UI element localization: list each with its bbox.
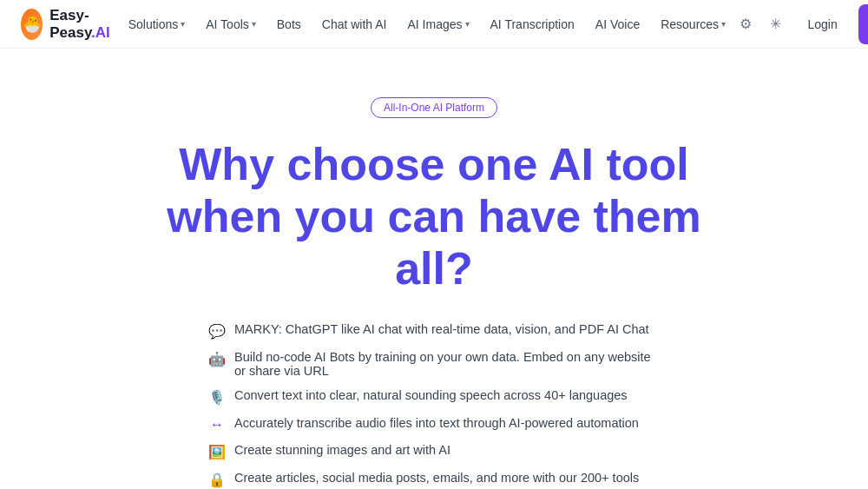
chevron-down-icon: ▾ <box>465 19 470 29</box>
nav-item-ai-transcription[interactable]: AI Transcription <box>482 12 583 36</box>
feature-item: 🖼️ Create stunning images and art with A… <box>208 443 450 460</box>
logo[interactable]: 🐣 Easy-Peasy.AI <box>21 7 120 42</box>
feature-item: 💬 MARKY: ChatGPT like AI chat with real-… <box>208 322 649 340</box>
logo-text: Easy-Peasy.AI <box>49 7 119 42</box>
hero-section: All-In-One AI Platform Why choose one AI… <box>0 49 868 489</box>
settings-icon[interactable]: ⚙ <box>734 10 757 38</box>
nav-item-ai-images[interactable]: AI Images ▾ <box>399 12 478 36</box>
nav-item-bots[interactable]: Bots <box>268 12 310 36</box>
signup-button[interactable]: Sign up <box>858 4 868 44</box>
theme-icon[interactable]: ✳ <box>764 10 786 38</box>
feature-item: 🔒 Create articles, social media posts, e… <box>208 471 639 488</box>
main-content: All-In-One AI Platform Why choose one AI… <box>0 49 868 489</box>
hero-badge: All-In-One AI Platform <box>371 97 497 118</box>
header-right: ⚙ ✳ Login Sign up <box>734 4 868 44</box>
chevron-down-icon: ▾ <box>252 19 256 29</box>
features-list: 💬 MARKY: ChatGPT like AI chat with real-… <box>208 322 660 488</box>
nav-item-resources[interactable]: Resources ▾ <box>652 12 734 36</box>
nav-item-ai-voice[interactable]: AI Voice <box>587 12 648 36</box>
nav-item-chat-with-ai[interactable]: Chat with AI <box>313 12 396 36</box>
mic-icon: 🎙️ <box>208 389 226 406</box>
chat-icon: 💬 <box>208 323 226 340</box>
main-nav: Solutions ▾ AI Tools ▾ Bots Chat with AI… <box>120 12 734 36</box>
logo-icon: 🐣 <box>21 9 43 40</box>
nav-item-solutions[interactable]: Solutions ▾ <box>120 12 194 36</box>
chevron-down-icon: ▾ <box>721 19 726 29</box>
transcribe-icon: ↔️ <box>208 417 226 433</box>
hero-title: Why choose one AI tool when you can have… <box>139 139 729 294</box>
feature-item: 🎙️ Convert text into clear, natural soun… <box>208 388 628 406</box>
feature-item: 🤖 Build no-code AI Bots by training on y… <box>208 350 660 378</box>
image-icon: 🖼️ <box>208 444 226 460</box>
nav-item-ai-tools[interactable]: AI Tools ▾ <box>197 12 265 36</box>
login-button[interactable]: Login <box>793 11 851 37</box>
feature-item: ↔️ Accurately transcribe audio files int… <box>208 416 639 433</box>
header: 🐣 Easy-Peasy.AI Solutions ▾ AI Tools ▾ B… <box>0 0 868 49</box>
tools-icon: 🔒 <box>208 472 226 488</box>
chevron-down-icon: ▾ <box>181 19 185 29</box>
bot-icon: 🤖 <box>208 351 226 367</box>
